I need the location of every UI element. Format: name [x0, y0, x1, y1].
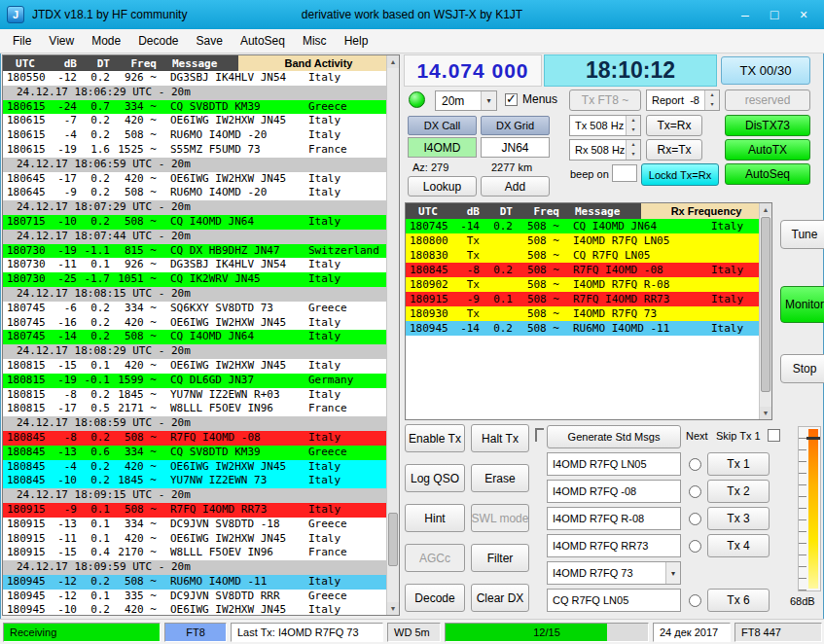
menu-save[interactable]: Save [188, 29, 232, 53]
dx-grid-field[interactable]: JN64 [481, 137, 550, 158]
menu-autoseq[interactable]: AutoSeq [232, 29, 294, 53]
decode-row[interactable]: 180815-170.52171 ~W8LLL F5OEV IN96France [3, 402, 386, 416]
add-button[interactable]: Add [481, 176, 550, 197]
tx-button-4[interactable]: Tx 4 [707, 534, 770, 557]
decode-button[interactable]: Decode [405, 584, 465, 612]
decode-row[interactable]: 180615-191.61525 ~S55MZ F5UMD 73France [3, 143, 386, 158]
auto-seq-button[interactable]: AutoSeq [725, 163, 810, 185]
tx-message-field[interactable]: I4OMD R7FQ LN05 [547, 452, 681, 476]
close-icon[interactable]: × [789, 4, 818, 25]
tx-equals-rx-button[interactable]: Tx=Rx [646, 115, 702, 136]
tx-message-field[interactable]: CQ R7FQ LN05 [547, 589, 681, 612]
enable-tx-button[interactable]: Enable Tx [405, 424, 465, 452]
decode-row[interactable]: 180945-140.2508 ~RU6MO I4OMD -11Italy [406, 321, 759, 336]
decode-row[interactable]: 180745-140.2508 ~CQ I4OMD JN64Italy [406, 219, 759, 233]
decode-row[interactable]: 180845-100.21845 ~YU7NW IZ2EWN 73Italy [3, 474, 386, 488]
menu-help[interactable]: Help [336, 29, 377, 53]
menu-mode[interactable]: Mode [83, 29, 129, 53]
decode-row[interactable]: 180945-100.2420 ~OE6IWG IW2HXW JN45Italy [3, 603, 386, 615]
dx-call-field[interactable]: I4OMD [408, 137, 477, 158]
decode-row[interactable]: 180845-80.2508 ~R7FQ I4OMD -08Italy [406, 263, 759, 277]
scroll-up-icon[interactable]: ▲ [387, 55, 399, 68]
maximize-icon[interactable]: □ [760, 4, 789, 25]
rx-frequency-scrollbar[interactable]: ▲ ▼ [759, 203, 771, 419]
swl-mode-button[interactable]: SWL mode [471, 504, 529, 532]
minimize-icon[interactable]: – [731, 4, 760, 25]
halt-tx-button[interactable]: Halt Tx [471, 424, 529, 452]
hint-button[interactable]: Hint [405, 504, 465, 532]
decode-row[interactable]: 180945-120.2508 ~RU6MO I4OMD -11Italy [3, 575, 386, 590]
agcc-button[interactable]: AGCc [405, 544, 465, 572]
tx-button-1[interactable]: Tx 1 [707, 452, 770, 476]
chevron-down-icon[interactable]: ▾ [665, 562, 680, 584]
tx-message-field[interactable]: I4OMD R7FQ -08 [547, 480, 681, 503]
decode-row[interactable]: 180915-130.1334 ~DC9JVN SV8DTD -18Greece [3, 518, 386, 532]
spinner-arrows[interactable]: ▴▾ [704, 90, 719, 110]
spin-up-icon[interactable]: ▴ [627, 116, 640, 125]
decode-row[interactable]: 180815-80.21845 ~YU7NW IZ2EWN R+03Italy [3, 388, 386, 403]
spinner-arrows[interactable]: ▴▾ [626, 116, 640, 135]
decode-row[interactable]: 180845-40.2420 ~OE6IWG IW2HXW JN45Italy [3, 460, 386, 475]
tx-message-combo[interactable]: I4OMD R7FQ 73▾ [547, 561, 681, 585]
decode-row[interactable]: 180915-110.1420 ~OE6IWG IW2HXW JN45Italy [3, 532, 386, 547]
decode-row[interactable]: 180730-25-1.71051 ~CQ IK2WRV JN45Italy [3, 272, 386, 287]
spinner-arrows[interactable]: ▴▾ [626, 140, 640, 160]
decode-row[interactable]: 180645-170.2420 ~OE6IWG IW2HXW JN45Italy [3, 172, 386, 187]
decode-row[interactable]: 180615-40.2508 ~RU6MO I4OMD -20Italy [3, 128, 386, 143]
decode-row[interactable]: 180615-70.2420 ~OE6IWG IW2HXW JN45Italy [3, 114, 386, 128]
tx-select-radio[interactable] [689, 485, 701, 498]
log-qso-button[interactable]: Log QSO [405, 464, 465, 492]
decode-row[interactable]: 180730-19-1.1815 ~CQ DX HB9DHZ JN47Switz… [3, 244, 386, 259]
decode-row[interactable]: 180745-160.2420 ~OE6IWG IW2HXW JN45Italy [3, 316, 386, 331]
spin-up-icon[interactable]: ▴ [705, 90, 719, 100]
tune-button[interactable]: Tune [780, 220, 824, 249]
decode-row[interactable]: 180902Tx508 ~I4OMD R7FQ R-08 [406, 277, 759, 292]
report-spinner[interactable]: Report -8 ▴▾ [646, 89, 720, 111]
decode-row[interactable]: 180745-140.2508 ~CQ I4OMD JN64Italy [3, 330, 386, 344]
meter-slider-handle[interactable] [806, 437, 820, 440]
monitor-button[interactable]: Monitor [780, 286, 824, 323]
lock-tx-rx-button[interactable]: Lockd Tx=Rx [641, 163, 719, 186]
decode-row[interactable]: 180815-19-0.11599 ~CQ DL6GD JN37Germany [3, 374, 386, 388]
decode-row[interactable]: 180550-120.2926 ~DG3SBJ IK4HLV JN54Italy [3, 71, 386, 86]
beep-input[interactable] [612, 164, 637, 182]
tx-select-radio[interactable] [689, 594, 701, 607]
chevron-down-icon[interactable]: ▾ [481, 91, 496, 110]
stop-button[interactable]: Stop [780, 354, 824, 383]
tx-frequency-spinner[interactable]: Tx 508 Hz ▴▾ [569, 115, 641, 136]
audio-level-meter[interactable] [798, 426, 821, 591]
dis-tx73-button[interactable]: DisTX73 [725, 115, 810, 136]
decode-row[interactable]: 180745-60.2334 ~SQ6KXY SV8DTD 73Greece [3, 302, 386, 316]
skip-tx1-checkbox[interactable] [768, 429, 780, 442]
clear-dx-button[interactable]: Clear DX [471, 584, 529, 612]
decode-row[interactable]: 180645-90.2508 ~RU6MO I4OMD -20Italy [3, 186, 386, 200]
decode-row[interactable]: 180730-110.1926 ~DG3SBJ IK4HLV JN54Italy [3, 258, 386, 272]
spin-down-icon[interactable]: ▾ [627, 125, 640, 135]
scrollbar-thumb[interactable] [761, 217, 770, 392]
menu-file[interactable]: File [4, 29, 40, 53]
tx-mode-button[interactable]: Tx FT8 ~ [569, 89, 641, 111]
tx-select-radio[interactable] [689, 513, 701, 525]
rx-equals-tx-button[interactable]: Rx=Tx [646, 139, 702, 161]
reserved-button[interactable]: reserved [725, 89, 810, 111]
decode-row[interactable]: 180930Tx508 ~I4OMD R7FQ 73 [406, 306, 759, 321]
tx-select-radio[interactable] [689, 540, 701, 553]
tx-message-field[interactable]: I4OMD R7FQ RR73 [547, 534, 681, 557]
decode-row[interactable]: 180945-120.1335 ~DC9JVN SV8DTD RRRGreece [3, 590, 386, 604]
tx-select-radio[interactable] [689, 458, 701, 471]
decode-row[interactable]: 180830Tx508 ~CQ R7FQ LN05 [406, 248, 759, 263]
erase-button[interactable]: Erase [471, 464, 529, 492]
tx-message-field[interactable]: I4OMD R7FQ R-08 [547, 507, 681, 530]
band-activity-scrollbar[interactable]: ▲ ▼ [386, 55, 399, 615]
menus-checkbox[interactable]: Menus [505, 92, 557, 106]
menu-view[interactable]: View [40, 29, 83, 53]
decode-row[interactable]: 180915-90.1508 ~R7FQ I4OMD RR73Italy [406, 292, 759, 306]
scroll-down-icon[interactable]: ▼ [760, 407, 771, 419]
decode-row[interactable]: 180615-240.7334 ~CQ SV8DTD KM39Greece [3, 100, 386, 115]
tx-button-6[interactable]: Tx 6 [707, 589, 770, 612]
tx-button-3[interactable]: Tx 3 [707, 507, 770, 530]
decode-row[interactable]: 180915-90.1508 ~R7FQ I4OMD RR73Italy [3, 503, 386, 518]
spin-down-icon[interactable]: ▾ [705, 100, 719, 110]
checkbox-checked-icon[interactable] [505, 93, 518, 106]
menu-misc[interactable]: Misc [294, 29, 336, 53]
